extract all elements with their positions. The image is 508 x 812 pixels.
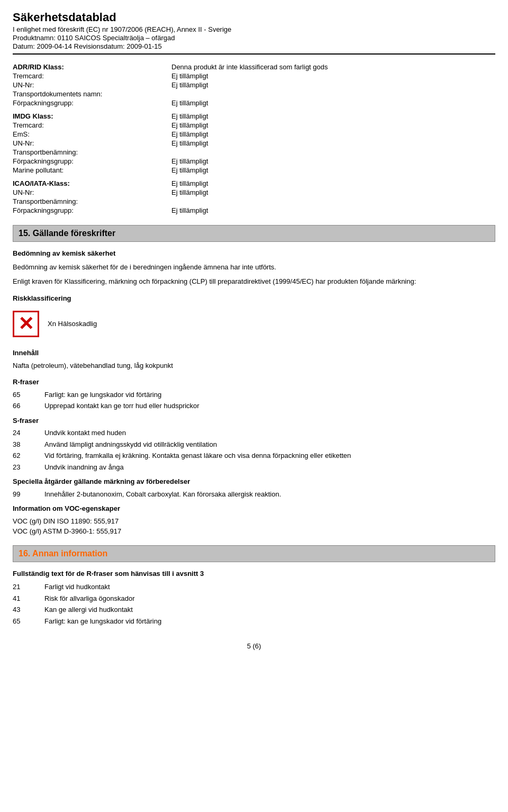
section16-number: 16. — [19, 549, 30, 558]
icao-iata-section: ICAO/IATA-Klass: Ej tillämpligt UN-Nr: E… — [13, 179, 495, 214]
section16-r-fraser-row: 43Kan ge allergi vid hudkontakt — [13, 605, 495, 615]
s-fraser-num: 23 — [13, 462, 44, 473]
tremcard1-row: Tremcard: Ej tillämpligt — [13, 72, 495, 80]
icao-klass-row: ICAO/IATA-Klass: Ej tillämpligt — [13, 179, 495, 187]
s-fraser-row: 24Undvik kontakt med huden — [13, 428, 495, 438]
s-fraser-label: S-fraser — [13, 417, 39, 425]
imdg-forpackningsgrupp-label: Förpackningsgrupp: — [13, 157, 171, 165]
bedömning-text: Bedömning av kemisk säkerhet för de i be… — [13, 262, 495, 273]
imdg-un-nr-value: Ej tillämpligt — [171, 139, 208, 147]
s-fraser-text: Undvik inandning av ånga — [44, 462, 495, 473]
section16-content: Fullständig text för de R-fraser som hän… — [13, 569, 495, 627]
imdg-forpackningsgrupp-value: Ej tillämpligt — [171, 157, 208, 165]
r-fraser-num: 66 — [13, 401, 44, 411]
bedömning-heading: Bedömning av kemisk säkerhet — [13, 249, 115, 257]
enligt-text: Enligt kraven för Klassificering, märkni… — [13, 276, 495, 287]
imdg-tremcard-row: Tremcard: Ej tillämpligt — [13, 121, 495, 129]
s-fraser-text: Använd lämpligt andningsskydd vid otillr… — [44, 439, 495, 450]
icao-un-nr-row: UN-Nr: Ej tillämpligt — [13, 188, 495, 196]
imdg-section: IMDG Klass: Ej tillämpligt Tremcard: Ej … — [13, 112, 495, 174]
header-line3: Datum: 2009-04-14 Revisionsdatum: 2009-0… — [13, 42, 495, 50]
imdg-un-nr-row: UN-Nr: Ej tillämpligt — [13, 139, 495, 147]
section16-r-text: Kan ge allergi vid hudkontakt — [44, 605, 495, 615]
imdg-transportbenamning-label: Transportbenämning: — [13, 148, 171, 156]
forpackningsgrupp1-row: Förpackningsgrupp: Ej tillämpligt — [13, 99, 495, 107]
r-fraser-text: Farligt: kan ge lungskador vid förtäring — [44, 390, 495, 400]
s-fraser-num: 38 — [13, 439, 44, 450]
r-fraser-num: 65 — [13, 390, 44, 400]
icao-forpackningsgrupp-value: Ej tillämpligt — [171, 206, 208, 214]
section16-r-num: 41 — [13, 593, 44, 604]
s-fraser-num: 62 — [13, 450, 44, 461]
header-line1: I enlighet med föreskrift (EC) nr 1907/2… — [13, 25, 495, 33]
r-fraser-row: 65Farligt: kan ge lungskador vid förtäri… — [13, 390, 495, 400]
section16-r-num: 21 — [13, 582, 44, 592]
tremcard1-label: Tremcard: — [13, 72, 171, 80]
section16-r-fraser-row: 65Farligt: kan ge lungskador vid förtäri… — [13, 616, 495, 627]
section15-title: 15. Gällande föreskrifter — [19, 229, 115, 238]
imdg-ems-label: EmS: — [13, 130, 171, 138]
tremcard1-value: Ej tillämpligt — [171, 72, 208, 80]
fullstandig-label: Fullständig text för de R-fraser som hän… — [13, 570, 204, 578]
hazard-icon: ✕ — [13, 311, 39, 337]
section16-r-fraser-table: 21Farligt vid hudkontakt41Risk för allva… — [13, 582, 495, 626]
r-fraser-text: Upprepad kontakt kan ge torr hud eller h… — [44, 401, 495, 411]
section15-content: Bedömning av kemisk säkerhet Bedömning a… — [13, 248, 495, 537]
section16-title: 16. Annan information — [19, 549, 107, 558]
adr-rid-label: ADR/RID Klass: — [13, 63, 171, 71]
risk-icon-row: ✕ Xn Hälsoskadlig — [13, 306, 495, 341]
r-fraser-row: 66Upprepad kontakt kan ge torr hud eller… — [13, 401, 495, 411]
imdg-klass-row: IMDG Klass: Ej tillämpligt — [13, 112, 495, 120]
imdg-tremcard-value: Ej tillämpligt — [171, 121, 208, 129]
transport-section: ADR/RID Klass: Denna produkt är inte kla… — [13, 63, 495, 214]
s-fraser-row: 38Använd lämpligt andningsskydd vid otil… — [13, 439, 495, 450]
imdg-tremcard-label: Tremcard: — [13, 121, 171, 129]
xn-label: Xn Hälsoskadlig — [48, 319, 97, 329]
imdg-marine-row: Marine pollutant: Ej tillämpligt — [13, 166, 495, 174]
section16-r-num: 43 — [13, 605, 44, 615]
section16-r-fraser-row: 41Risk för allvarliga ögonskador — [13, 593, 495, 604]
speciella-text: Innehåller 2-butanonoxim, Cobalt carboxy… — [44, 489, 495, 500]
transport-dok-label: Transportdokumentets namn: — [13, 90, 171, 98]
document-title: Säkerhetsdatablad — [13, 11, 495, 24]
speciella-row: 99Innehåller 2-butanonoxim, Cobalt carbo… — [13, 489, 495, 500]
innehall-label: Innehåll — [13, 349, 39, 357]
speciella-num: 99 — [13, 489, 44, 500]
section15-header: 15. Gällande föreskrifter — [13, 225, 495, 242]
page-number: 5 (6) — [247, 642, 261, 650]
header-line2: Produktnamn: 0110 SAICOS Specialträolja … — [13, 34, 495, 42]
un-nr1-row: UN-Nr: Ej tillämpligt — [13, 81, 495, 89]
icao-klass-label: ICAO/IATA-Klass: — [13, 179, 171, 187]
icao-un-nr-label: UN-Nr: — [13, 188, 171, 196]
speciella-table: 99Innehåller 2-butanonoxim, Cobalt carbo… — [13, 489, 495, 500]
s-fraser-num: 24 — [13, 428, 44, 438]
imdg-forpackningsgrupp-row: Förpackningsgrupp: Ej tillämpligt — [13, 157, 495, 165]
adr-rid-value: Denna produkt är inte klassificerad som … — [171, 63, 328, 71]
innehall-value: Nafta (petroleum), vätebehandlad tung, l… — [13, 360, 495, 371]
un-nr1-label: UN-Nr: — [13, 81, 171, 89]
section16-title-text: Annan information — [32, 549, 107, 558]
imdg-transportbenamning-row: Transportbenämning: — [13, 148, 495, 156]
s-fraser-row: 62Vid förtäring, framkalla ej kräkning. … — [13, 450, 495, 461]
imdg-klass-label: IMDG Klass: — [13, 112, 171, 120]
x-symbol: ✕ — [18, 314, 34, 333]
section16-r-fraser-row: 21Farligt vid hudkontakt — [13, 582, 495, 592]
icao-forpackningsgrupp-label: Förpackningsgrupp: — [13, 206, 171, 214]
section16-r-text: Farligt vid hudkontakt — [44, 582, 495, 592]
adr-rid-row: ADR/RID Klass: Denna produkt är inte kla… — [13, 63, 495, 71]
r-fraser-label: R-fraser — [13, 378, 39, 386]
imdg-klass-value: Ej tillämpligt — [171, 112, 208, 120]
un-nr1-value: Ej tillämpligt — [171, 81, 208, 89]
section16-header: 16. Annan information — [13, 545, 495, 562]
header-divider — [13, 53, 495, 55]
s-fraser-table: 24Undvik kontakt med huden38Använd lämpl… — [13, 428, 495, 472]
s-fraser-text: Vid förtäring, framkalla ej kräkning. Ko… — [44, 450, 495, 461]
voc-line2: VOC (g/l) ASTM D-3960-1: 555,917 — [13, 526, 495, 537]
icao-forpackningsgrupp-row: Förpackningsgrupp: Ej tillämpligt — [13, 206, 495, 214]
document-header: Säkerhetsdatablad I enlighet med föreskr… — [13, 11, 495, 55]
s-fraser-row: 23Undvik inandning av ånga — [13, 462, 495, 473]
imdg-marine-value: Ej tillämpligt — [171, 166, 208, 174]
section16-r-num: 65 — [13, 616, 44, 627]
transport-dok-row: Transportdokumentets namn: — [13, 90, 495, 98]
section15-number: 15. — [19, 229, 30, 238]
